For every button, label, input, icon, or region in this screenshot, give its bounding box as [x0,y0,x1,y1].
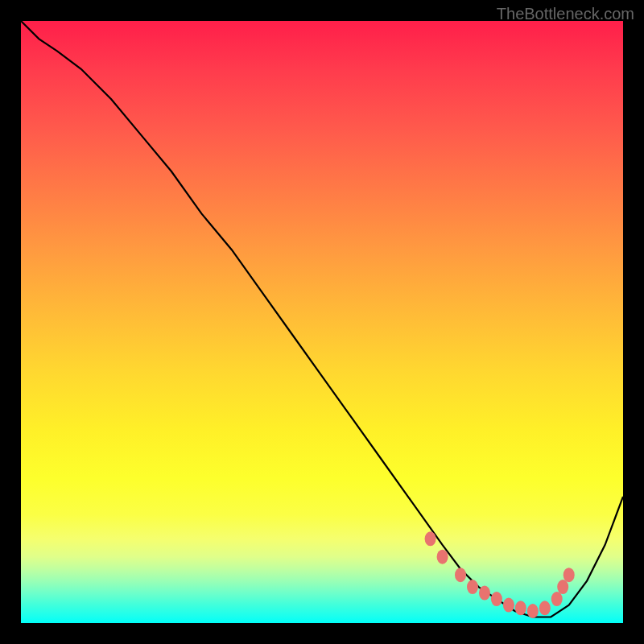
marker-dot [557,580,568,594]
marker-dot [455,568,466,582]
marker-dot [437,550,448,564]
marker-dot [425,531,436,546]
marker-dot [491,592,502,606]
marker-dot [467,580,478,594]
marker-dot [564,568,575,582]
highlight-markers [425,531,575,618]
curve-line [21,21,623,617]
watermark-text: TheBottleneck.com [497,5,634,23]
chart-svg [21,21,623,623]
marker-dot [539,601,551,615]
marker-dot [551,592,563,606]
marker-dot [515,601,526,615]
marker-dot [479,586,490,601]
marker-dot [503,598,514,613]
marker-dot [527,604,539,618]
